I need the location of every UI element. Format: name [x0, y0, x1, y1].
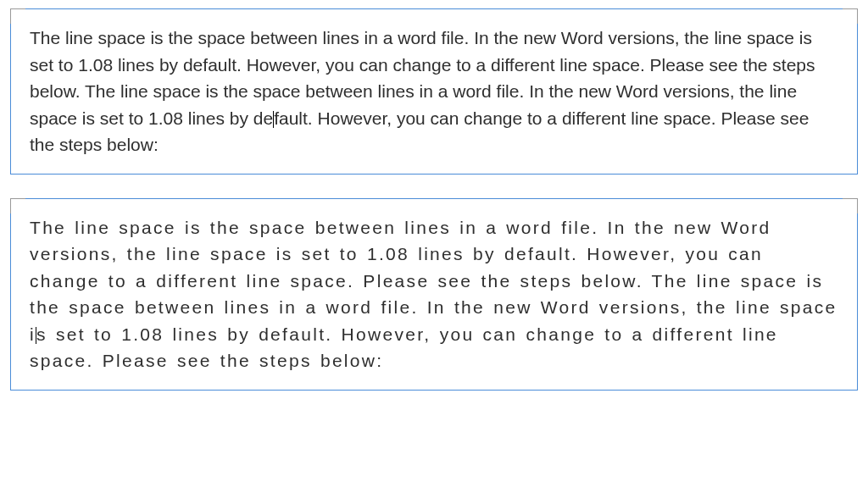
- text-box-normal-spacing[interactable]: The line space is the space between line…: [10, 8, 858, 175]
- text-cursor: [36, 327, 36, 344]
- corner-marker-top-left: [10, 8, 25, 24]
- paragraph-normal[interactable]: The line space is the space between line…: [30, 25, 838, 158]
- paragraph-expanded[interactable]: The line space is the space between line…: [30, 214, 838, 374]
- text-box-expanded-spacing[interactable]: The line space is the space between line…: [10, 198, 858, 391]
- corner-marker-top-right: [843, 8, 858, 24]
- corner-marker-top-right: [843, 198, 858, 213]
- text-after-cursor: s set to 1.08 lines by default. However,…: [30, 324, 778, 371]
- corner-marker-top-left: [10, 198, 25, 213]
- text-cursor: [273, 111, 274, 128]
